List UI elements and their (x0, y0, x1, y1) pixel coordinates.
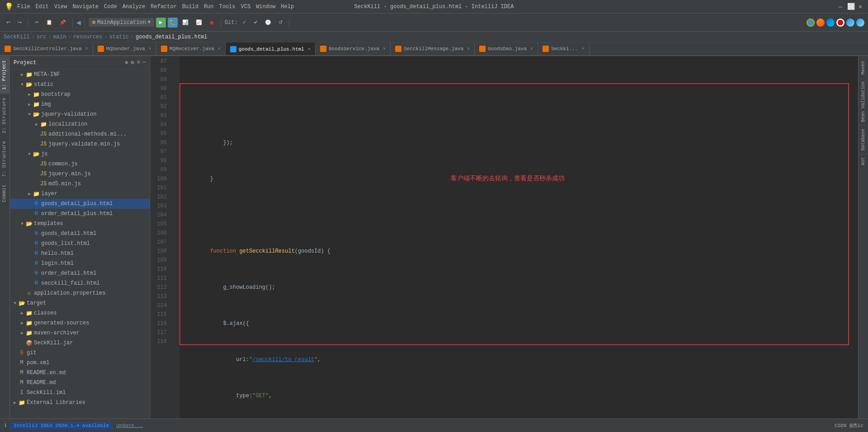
toolbar-undo[interactable]: ↩ (4, 17, 13, 28)
close-button[interactable]: ✕ (857, 4, 863, 10)
tab-close[interactable]: × (218, 47, 221, 52)
git-history[interactable]: 🕐 (262, 17, 274, 28)
tree-item-order-detail-plus[interactable]: H order_detail_plus.html (10, 209, 150, 219)
side-tab-structure[interactable]: 2: Structure (0, 94, 9, 137)
tree-item-order-detail[interactable]: H order_detail.html (10, 268, 150, 278)
tab-close[interactable]: × (149, 47, 151, 52)
menu-analyze[interactable]: Analyze (123, 4, 145, 10)
tree-item-generated-sources[interactable]: ▶ 📁 generated-sources (10, 318, 150, 328)
menu-file[interactable]: File (17, 4, 30, 10)
tree-item-pom[interactable]: M pom.xml (10, 358, 150, 368)
ie-icon[interactable] (846, 19, 854, 27)
sidebar-icon-collapse[interactable]: ≡ (137, 59, 140, 66)
git-rollback[interactable]: ↺ (276, 17, 285, 28)
sidebar-icon-gear[interactable]: ⚙ (131, 59, 134, 66)
opera-icon[interactable] (836, 19, 844, 27)
tab-close[interactable]: × (383, 47, 386, 52)
run-config-selector[interactable]: ⚙ MainApplication ▼ (89, 18, 154, 27)
tree-item-secckill-fail[interactable]: H secckill_fail.html (10, 278, 150, 288)
menu-window[interactable]: Window (256, 4, 275, 10)
menu-view[interactable]: View (54, 4, 67, 10)
tree-item-layer[interactable]: ▶ 📁 layer (10, 189, 150, 199)
minimize-button[interactable]: — (837, 4, 844, 10)
breadcrumb-seckill[interactable]: SeckKill (4, 34, 30, 40)
code-editor[interactable]: 客户端不断的去轮询，查看是否秒杀成功 }); } function getSec… (179, 56, 858, 418)
toolbar-profiler[interactable]: 📈 (193, 17, 205, 28)
toolbar-cut[interactable]: ✂ (32, 17, 42, 28)
tree-item-login[interactable]: H login.html (10, 258, 150, 268)
tree-item-bootstrap[interactable]: ▶ 📁 bootstrap (10, 89, 150, 99)
tree-item-git[interactable]: G git (10, 348, 150, 358)
toolbar-paste[interactable]: 📌 (57, 17, 69, 28)
tree-item-goods-detail-plus[interactable]: H goods_detail_plus.html (10, 199, 150, 209)
side-tab-project[interactable]: 1: Project (0, 56, 9, 94)
menu-code[interactable]: Code (104, 4, 117, 10)
tree-item-static[interactable]: ▼ 📂 static (10, 80, 150, 89)
tree-item-goods-detail[interactable]: H goods_detail.html (10, 229, 150, 239)
sidebar-header-icons[interactable]: ⊕ ⚙ ≡ — (125, 59, 146, 66)
git-update[interactable]: ✓ (240, 17, 249, 28)
side-tab-commit[interactable]: Commit (0, 180, 9, 206)
tab-close[interactable]: × (308, 47, 311, 52)
tab-close[interactable]: × (85, 47, 88, 52)
tree-item-md5js[interactable]: JS md5.min.js (10, 179, 150, 189)
chrome-icon[interactable] (807, 19, 815, 27)
tree-item-jqvalidatemin[interactable]: JS jquery.validate.min.js (10, 139, 150, 149)
tree-item-meta-inf[interactable]: ▶ 📁 META-INF (10, 70, 150, 80)
tree-item-application-props[interactable]: ⚙ application.properties (10, 288, 150, 298)
tree-item-target[interactable]: ▼ 📂 target (10, 298, 150, 308)
tab-goodsdao[interactable]: GoodsDao.java × (475, 42, 538, 55)
tab-close[interactable]: × (467, 47, 470, 52)
tree-item-maven-archiver[interactable]: ▶ 📁 maven-archiver (10, 328, 150, 338)
tab-goods-detail-plus[interactable]: goods_detail_plus.html × (226, 42, 316, 55)
tree-item-classes[interactable]: ▶ 📁 classes (10, 308, 150, 318)
tab-seckillmessage[interactable]: SecckillMessage.java × (391, 42, 475, 55)
tree-item-seckill-iml[interactable]: I SeckKill.iml (10, 388, 150, 398)
toolbar-copy[interactable]: 📋 (43, 17, 55, 28)
menu-tools[interactable]: Tools (219, 4, 236, 10)
git-commit[interactable]: ✔ (251, 17, 260, 28)
safari-icon[interactable] (856, 19, 864, 27)
toolbar-stop[interactable]: ⏹ (207, 17, 217, 28)
code-container[interactable]: 87 88 89 90 91 92 93 94 95 96 97 98 99 1… (150, 56, 858, 418)
tree-item-readme-en[interactable]: M README.en.md (10, 368, 150, 378)
tab-secckillcontroller[interactable]: SecckillController.java × (0, 42, 93, 55)
menu-bar[interactable]: File Edit View Navigate Code Analyze Ref… (17, 4, 294, 10)
breadcrumb-src[interactable]: src (37, 34, 47, 40)
tab-mqreceiver[interactable]: MQReceiver.java × (156, 42, 226, 55)
tab-seckki[interactable]: Seckki... × (538, 42, 589, 55)
tree-item-localization[interactable]: ▶ 📁 localization (10, 119, 150, 129)
breadcrumb-resources[interactable]: resources (73, 34, 103, 40)
side-tab-bean-validation[interactable]: Bean Validation (859, 78, 867, 125)
window-controls[interactable]: — ⬜ ✕ (837, 4, 863, 10)
tab-close[interactable]: × (530, 47, 533, 52)
tree-item-jqueryminjs[interactable]: JS jquery.min.js (10, 169, 150, 179)
tree-item-img[interactable]: ▶ 📁 img (10, 99, 150, 109)
run-button[interactable]: ▶ (156, 18, 166, 28)
menu-navigate[interactable]: Navigate (72, 4, 99, 10)
breadcrumb-static[interactable]: static (109, 34, 129, 40)
menu-edit[interactable]: Edit (36, 4, 49, 10)
maximize-button[interactable]: ⬜ (847, 4, 854, 10)
toolbar-coverage[interactable]: 📊 (179, 17, 191, 28)
menu-build[interactable]: Build (182, 4, 198, 10)
tab-goodsservice[interactable]: GoodsService.java × (316, 42, 391, 55)
side-tab-ant[interactable]: Ant (859, 154, 867, 168)
side-tab-database[interactable]: Database (859, 126, 867, 153)
sidebar-icon-minimize[interactable]: — (143, 59, 146, 66)
tree-item-templates[interactable]: ▼ 📂 templates (10, 219, 150, 229)
config-dropdown-icon[interactable]: ▼ (148, 20, 151, 25)
toolbar-redo[interactable]: ↪ (15, 17, 24, 28)
side-tab-structure2[interactable]: 7: Structure (0, 137, 9, 180)
status-update-link[interactable]: Update... (116, 423, 143, 428)
breadcrumb-main[interactable]: main (53, 34, 66, 40)
menu-help[interactable]: Help (281, 4, 294, 10)
tree-item-goods-list[interactable]: H goods_list.html (10, 239, 150, 249)
tree-item-js[interactable]: ▼ 📂 js (10, 149, 150, 159)
firefox-icon[interactable] (816, 19, 825, 27)
tab-mqsender[interactable]: MQSender.java × (93, 42, 156, 55)
tree-item-seckill-jar[interactable]: 📦 SeckKill.jar (10, 338, 150, 348)
tree-item-external-libraries[interactable]: ▶ 📁 External Libraries (10, 398, 150, 408)
tree-item-commonjs[interactable]: JS common.js (10, 159, 150, 169)
nav-back[interactable]: ◀ (76, 18, 81, 27)
